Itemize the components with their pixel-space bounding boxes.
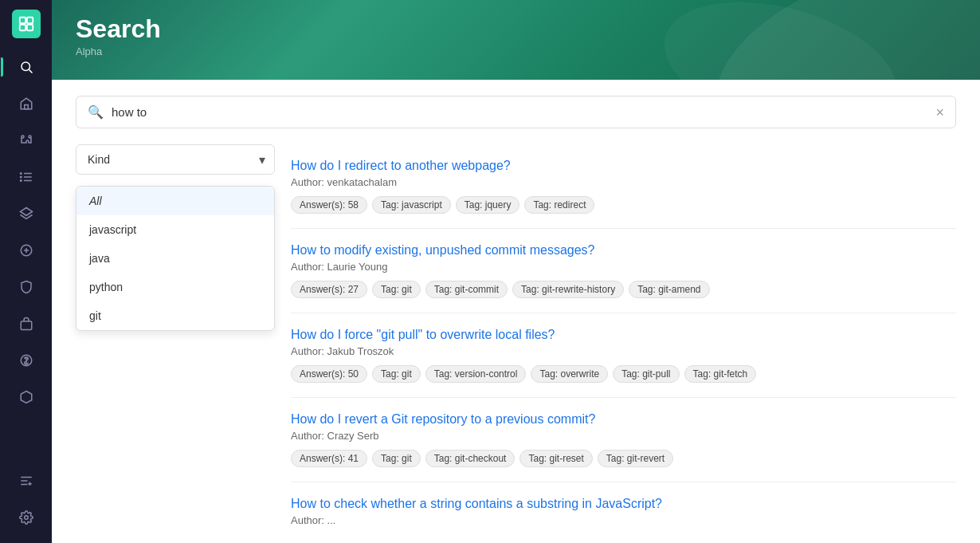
result-tag: Tag: javascript [372,196,451,214]
filter-panel: Kind All javascript java python git [76,144,275,543]
clear-button[interactable]: × [935,105,944,120]
bag-icon [19,317,33,331]
list-icon [19,170,33,184]
result-tags: Answer(s): 50Tag: gitTag: version-contro… [291,365,956,383]
page-subtitle: Alpha [76,45,956,57]
dropdown-option-all[interactable]: All [76,187,274,215]
result-tag: Answer(s): 58 [291,196,367,214]
dropdown-option-python[interactable]: python [76,273,274,301]
result-item: How do I force "git pull" to overwrite l… [291,313,956,398]
result-tag: Tag: git-fetch [684,365,757,383]
svg-rect-6 [24,105,28,109]
result-title[interactable]: How do I redirect to another webpage? [291,159,956,173]
hexagon-icon [19,390,33,404]
result-tag: Tag: redirect [524,196,594,214]
result-item: How to modify existing, unpushed commit … [291,229,956,313]
sidebar-item-home[interactable] [10,88,42,120]
dropdown-option-java[interactable]: java [76,244,274,273]
result-tags: Answer(s): 27Tag: gitTag: git-commitTag:… [291,281,956,298]
result-item: How do I redirect to another webpage?Aut… [291,144,956,229]
sidebar-item-menu-plus[interactable] [10,465,42,497]
result-tag: Tag: git [372,281,421,298]
plus-circle-icon [19,243,33,258]
kind-label: Kind [88,153,110,166]
svg-rect-0 [19,18,25,23]
dollar-icon [19,353,33,368]
result-title[interactable]: How do I revert a Git repository to a pr… [291,412,956,427]
result-tag: Tag: git-pull [613,365,679,383]
result-author: Author: Jakub Troszok [291,345,956,357]
result-tag: Answer(s): 27 [291,281,367,298]
gear-icon [19,510,33,525]
result-tag: Tag: git-revert [598,450,673,467]
svg-rect-17 [21,321,32,330]
result-author: Author: Crazy Serb [291,430,956,442]
results-area: Kind All javascript java python git How … [52,136,980,543]
sidebar-item-hexagon[interactable] [10,381,42,413]
result-tags: Answer(s): 58Tag: javascriptTag: jqueryT… [291,196,956,214]
result-tag: Tag: version-control [425,365,527,383]
result-tag: Tag: jquery [456,196,520,214]
page-header: Search Alpha [52,0,980,80]
kind-select[interactable]: Kind [76,144,275,175]
search-bar: 🔍 × [76,96,956,128]
sidebar-item-add[interactable] [10,234,42,266]
result-title[interactable]: How to modify existing, unpushed commit … [291,243,956,258]
result-title[interactable]: How do I force "git pull" to overwrite l… [291,328,956,342]
sidebar-item-settings[interactable] [10,502,42,533]
sidebar-item-bag[interactable] [10,308,42,340]
sidebar [0,0,52,543]
result-tag: Tag: git [372,450,421,467]
result-tag: Answer(s): 50 [291,365,367,383]
sidebar-item-layers[interactable] [10,198,42,230]
result-tags: Answer(s): 41Tag: gitTag: git-checkoutTa… [291,450,956,467]
kind-dropdown: All javascript java python git [76,186,275,331]
sidebar-item-puzzle[interactable] [10,124,42,156]
result-tag: Tag: git-commit [425,281,508,298]
result-tag: Answer(s): 41 [291,450,367,467]
result-author: Author: Laurie Young [291,261,956,273]
app-logo[interactable] [12,10,41,38]
puzzle-icon [19,133,33,148]
svg-point-25 [24,516,28,520]
dropdown-option-git[interactable]: git [76,301,274,330]
result-title[interactable]: How to check whether a string contains a… [291,497,956,511]
layers-icon [19,207,33,221]
svg-rect-1 [26,18,32,23]
result-author: Author: ... [291,514,956,526]
result-tag: Tag: git-reset [519,450,592,467]
svg-point-4 [22,62,30,71]
search-bar-icon: 🔍 [88,104,104,120]
svg-point-11 [20,176,22,178]
result-author: Author: venkatachalam [291,176,956,188]
main-content: Search Alpha 🔍 × Kind All [52,0,980,543]
result-item: How do I revert a Git repository to a pr… [291,398,956,482]
sidebar-item-dollar[interactable] [10,344,42,376]
results-list: How do I redirect to another webpage?Aut… [291,144,956,543]
shield-icon [19,280,33,294]
sidebar-item-list[interactable] [10,161,42,193]
svg-rect-3 [26,25,32,30]
page-title: Search [76,16,956,41]
result-tag: Tag: overwrite [531,365,608,383]
kind-select-wrapper: Kind [76,144,275,175]
svg-point-12 [20,180,22,182]
search-input[interactable] [112,105,935,119]
svg-marker-13 [20,208,32,216]
menu-plus-icon [19,474,33,488]
dropdown-option-javascript[interactable]: javascript [76,215,274,244]
svg-rect-2 [19,25,25,30]
sidebar-item-search[interactable] [10,51,42,83]
svg-point-10 [20,173,22,175]
result-tag: Tag: git-amend [629,281,709,298]
sidebar-item-shield[interactable] [10,271,42,303]
result-tag: Tag: git-checkout [425,450,515,467]
search-bar-wrapper: 🔍 × [52,80,980,136]
svg-line-5 [29,69,32,73]
content-area: 🔍 × Kind All javascript java pytho [52,80,980,543]
home-icon [19,96,33,111]
result-item: How to check whether a string contains a… [291,482,956,543]
result-tag: Tag: git [372,365,421,383]
svg-marker-19 [21,392,32,403]
search-icon [19,60,33,74]
